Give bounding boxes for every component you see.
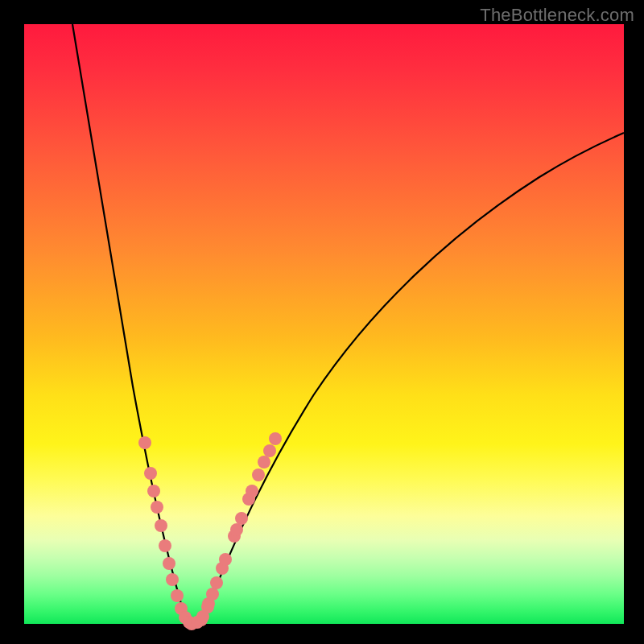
scatter-dot [163, 557, 175, 570]
scatter-dot [138, 436, 151, 449]
scatter-dot [151, 501, 163, 514]
left-branch-curve [72, 24, 192, 624]
curve-group [72, 24, 624, 624]
curves-svg [24, 24, 624, 624]
scatter-dot [210, 576, 223, 589]
scatter-dot [263, 444, 276, 457]
scatter-dot [147, 485, 160, 497]
scatter-dot [206, 588, 219, 601]
scatter-dot [155, 519, 167, 532]
scatter-dot [219, 553, 232, 566]
scatter-dot [159, 539, 171, 552]
scatter-dot [246, 485, 258, 497]
chart-frame: TheBottleneck.com [0, 0, 644, 644]
scatter-dots [138, 432, 282, 630]
scatter-dot [230, 523, 243, 536]
scatter-dot [171, 589, 184, 602]
scatter-dot [166, 573, 179, 586]
scatter-dot [258, 456, 270, 469]
scatter-dot [144, 467, 157, 480]
scatter-dot [252, 469, 265, 481]
right-branch-curve [192, 133, 624, 624]
scatter-dot [269, 432, 282, 445]
watermark-text: TheBottleneck.com [480, 5, 634, 26]
scatter-dot [235, 512, 248, 525]
plot-area [24, 24, 624, 624]
